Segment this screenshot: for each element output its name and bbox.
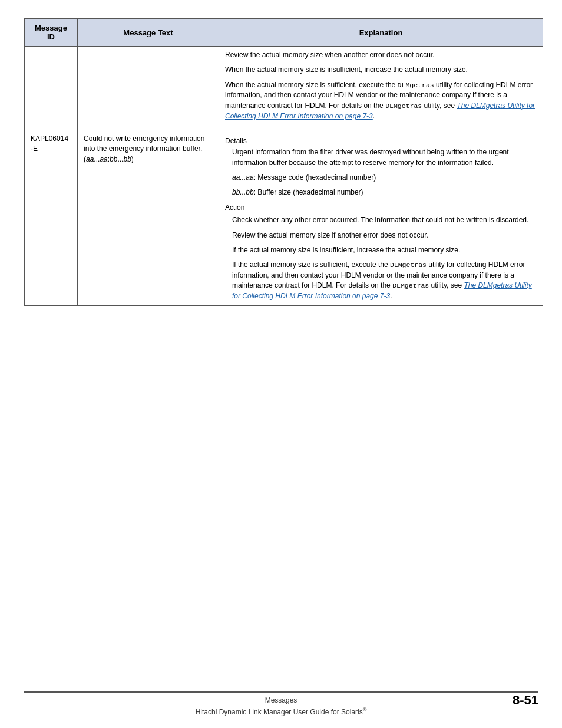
page-wrapper: Message ID Message Text Explanation Revi… — [24, 18, 538, 716]
col-header-exp: Explanation — [219, 19, 543, 47]
messages-table: Message ID Message Text Explanation Revi… — [24, 18, 543, 306]
exp-action-para-4: If the actual memory size is sufficient,… — [225, 260, 537, 301]
exp-para-1: Review the actual memory size when anoth… — [225, 50, 537, 60]
cell-msg-2: Could not write emergency information in… — [78, 130, 219, 305]
exp-action-para-3: If the actual memory size is insufficien… — [225, 245, 537, 255]
exp-detail-para-2: aa...aa: Message code (hexadecimal numbe… — [225, 173, 537, 183]
table-body: Review the actual memory size when anoth… — [25, 47, 543, 306]
cell-exp-1: Review the actual memory size when anoth… — [219, 47, 543, 130]
code-dlmgetras-1: DLMgetras — [398, 81, 434, 89]
footer-page-number: 8-51 — [513, 693, 538, 708]
exp-para-2: When the actual memory size is insuffici… — [225, 65, 537, 75]
table-row: KAPL06014-E Could not write emergency in… — [25, 130, 543, 305]
link-dlmgetras-1[interactable]: The DLMgetras Utility for Collecting HDL… — [225, 101, 535, 120]
main-table-container: Message ID Message Text Explanation Revi… — [24, 18, 538, 692]
footer-line1: Messages 8-51 — [24, 696, 538, 704]
exp-para-3: When the actual memory size is sufficien… — [225, 80, 537, 121]
link-dlmgetras-2[interactable]: The DLMgetras Utility for Collecting HDL… — [232, 281, 532, 300]
code-dlmgetras-4: DLMgetras — [392, 282, 429, 289]
cell-id-2: KAPL06014-E — [25, 130, 78, 305]
col-header-id: Message ID — [25, 19, 78, 47]
section-action: Action — [225, 203, 537, 213]
col-header-msg: Message Text — [78, 19, 219, 47]
cell-msg-1 — [78, 47, 219, 130]
table-header: Message ID Message Text Explanation — [25, 19, 543, 47]
exp-action-para-2: Review the actual memory size if another… — [225, 230, 537, 241]
code-dlmgetras-3: DLMgetras — [390, 261, 427, 269]
cell-exp-2: Details Urgent information from the filt… — [219, 130, 543, 305]
cell-id-1 — [25, 47, 78, 130]
footer-center-text: Messages — [265, 696, 297, 704]
footer-bottom-text: Hitachi Dynamic Link Manager User Guide … — [196, 707, 367, 716]
exp-detail-para-1: Urgent information from the filter drive… — [225, 147, 537, 168]
code-dlmgetras-2: DLMgetras — [385, 102, 422, 110]
table-row: Review the actual memory size when anoth… — [25, 47, 543, 130]
exp-detail-para-3: bb...bb: Buffer size (hexadecimal number… — [225, 187, 537, 197]
registered-mark: ® — [363, 707, 367, 713]
section-details: Details — [225, 136, 537, 146]
exp-action-para-1: Check whether any other error occurred. … — [225, 215, 537, 225]
page-footer: Messages 8-51 Hitachi Dynamic Link Manag… — [24, 692, 538, 716]
